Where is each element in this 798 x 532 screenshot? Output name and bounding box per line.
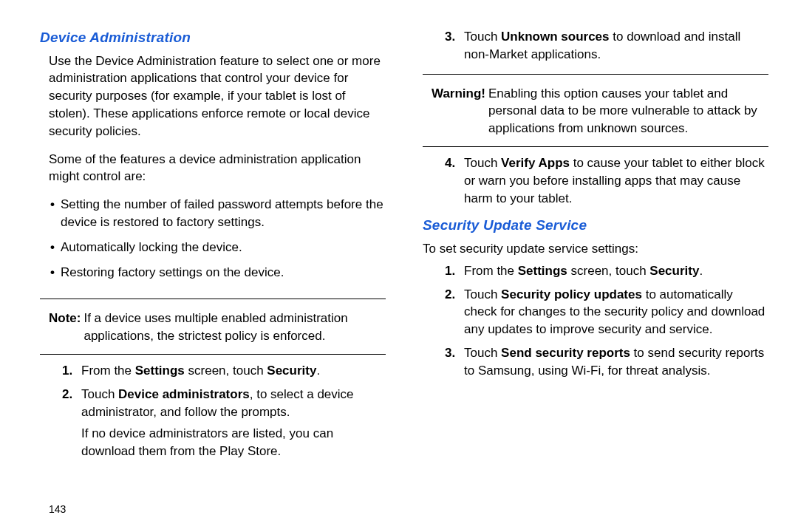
step-text: Touch [81, 387, 118, 401]
step-text: . [699, 264, 703, 278]
intro2: To set security update service settings: [423, 240, 768, 258]
step-item: Touch Device administrators, to select a… [62, 386, 386, 460]
note-text: If a device uses multiple enabled admini… [83, 310, 386, 345]
step-item: Touch Security policy updates to automat… [445, 286, 768, 338]
step-text: screen, touch [185, 364, 267, 378]
step-item: Touch Verify Apps to cause your tablet t… [445, 154, 768, 207]
divider [423, 74, 768, 75]
step-text: Touch [464, 30, 501, 44]
security-steps: From the Settings screen, touch Security… [445, 262, 768, 386]
step-text: screen, touch [567, 264, 650, 278]
page-number: 143 [49, 495, 386, 517]
left-column: Device Administration Use the Device Adm… [40, 28, 408, 517]
bold-text: Security policy updates [501, 287, 642, 301]
step-item: From the Settings screen, touch Security… [62, 362, 386, 380]
steps-list-cont2: Touch Verify Apps to cause your tablet t… [445, 154, 768, 213]
bold-text: Device administrators [118, 387, 250, 401]
step-text: From the [464, 264, 518, 278]
bullet-item: Restoring factory settings on the device… [50, 264, 386, 282]
bold-text: Settings [135, 364, 185, 378]
step-text: Touch [464, 346, 501, 360]
step-text: Touch [464, 156, 501, 170]
feature-bullets: Setting the number of failed password at… [50, 196, 386, 288]
intro-paragraph: Use the Device Administration feature to… [49, 52, 386, 140]
bold-text: Verify Apps [501, 156, 570, 170]
bold-text: Send security reports [501, 346, 630, 360]
bold-text: Unknown sources [501, 30, 609, 44]
features-lead: Some of the features a device administra… [49, 151, 386, 186]
step-text: Touch [464, 287, 501, 301]
note-label: Note: [49, 310, 81, 345]
heading-device-administration: Device Administration [40, 28, 386, 48]
bullet-item: Setting the number of failed password at… [50, 196, 386, 231]
step-subtext: If no device administrators are listed, … [81, 425, 386, 460]
bold-text: Settings [518, 264, 567, 278]
warning-label: Warning! [432, 85, 485, 137]
step-text: From the [81, 364, 135, 378]
step-item: From the Settings screen, touch Security… [445, 262, 768, 280]
step-item: Touch Unknown sources to download and in… [445, 28, 768, 64]
step-text: . [316, 364, 320, 378]
bullet-item: Automatically locking the device. [50, 239, 386, 256]
heading-security-update: Security Update Service [423, 216, 768, 236]
divider [423, 146, 768, 147]
warning-text: Enabling this option causes your tablet … [488, 85, 768, 137]
steps-list: From the Settings screen, touch Security… [62, 362, 386, 466]
divider [40, 299, 386, 299]
steps-list-cont: Touch Unknown sources to download and in… [445, 28, 768, 69]
warning-block: Warning! Enabling this option causes you… [432, 85, 768, 137]
right-column: Touch Unknown sources to download and in… [408, 28, 768, 517]
divider [40, 354, 386, 355]
bold-text: Security [267, 364, 316, 378]
note-block: Note: If a device uses multiple enabled … [49, 310, 386, 345]
bold-text: Security [649, 264, 699, 278]
step-item: Touch Send security reports to send secu… [445, 344, 768, 380]
